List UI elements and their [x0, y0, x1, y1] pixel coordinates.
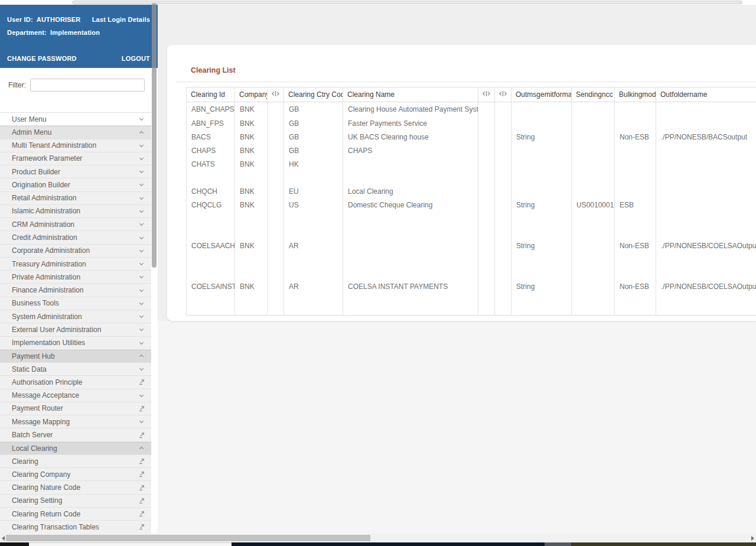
sidebar-item-retail-administration[interactable]: Retail Administration	[0, 192, 151, 205]
sidebar-item-payment-router[interactable]: Payment Router	[0, 402, 151, 415]
sidebar-item-private-administration[interactable]: Private Administration	[0, 271, 151, 284]
cell	[478, 157, 495, 184]
bottom-sliver-2	[29, 542, 232, 546]
cell	[343, 239, 478, 280]
horizontal-scrollbar[interactable]	[0, 534, 756, 542]
sidebar-item-local-clearing[interactable]: Local Clearing	[0, 442, 151, 455]
sidebar-item-label: Islamic Administration	[12, 207, 80, 215]
col-header-bulkingmode[interactable]: Bulkingmode	[615, 87, 656, 102]
sidebar-item-product-builder[interactable]: Product Builder	[0, 165, 151, 178]
sidebar-item-batch-server[interactable]: Batch Server	[0, 428, 151, 441]
cell: HK	[284, 157, 343, 184]
sidebar-item-clearing-transaction-tables[interactable]: Clearing Transaction Tables	[0, 521, 151, 534]
sidebar-item-finance-administration[interactable]: Finance Administration	[0, 284, 151, 297]
column-resize-handle[interactable]	[268, 87, 284, 102]
sidebar-item-user-menu[interactable]: User Menu	[0, 113, 151, 126]
logout-link[interactable]: LOGOUT	[122, 55, 150, 62]
cell	[656, 144, 756, 157]
cell: ./PP/NONESB/BACSoutput	[656, 130, 756, 144]
sidebar-item-origination-builder[interactable]: Origination Builder	[0, 178, 151, 191]
sidebar-item-label: Clearing Transaction Tables	[12, 523, 99, 531]
sidebar-item-payment-hub[interactable]: Payment Hub	[0, 350, 151, 363]
cell	[615, 144, 656, 157]
sidebar-item-treasury-administration[interactable]: Treasury Administration	[0, 258, 151, 271]
sidebar-item-message-mapping[interactable]: Message Mapping	[0, 415, 151, 428]
sidebar-item-label: Business Tools	[12, 299, 59, 307]
cell	[478, 198, 495, 239]
sidebar-vertical-scrollbar[interactable]	[152, 3, 157, 268]
col-header-clearing-id[interactable]: Clearing Id	[187, 87, 235, 102]
sidebar-item-framework-parameter[interactable]: Framework Parameter	[0, 152, 151, 165]
cell	[478, 116, 495, 130]
clearing-list-card: Clearing List Clearing IdCompanyClearing…	[167, 45, 756, 321]
sidebar-item-implementation-utilities[interactable]: Implementation Utilities	[0, 337, 151, 350]
chevron-down-icon	[138, 326, 145, 333]
sidebar-item-label: Framework Parameter	[12, 154, 82, 162]
sidebar-item-credit-administration[interactable]: Credit Administration	[0, 231, 151, 244]
scroll-right-arrow-icon[interactable]	[751, 536, 754, 541]
app-root: { "topbar": { "user_id_label": "User ID:…	[0, 0, 756, 546]
sidebar-item-label: User Menu	[12, 115, 47, 124]
table-row-coelsaach[interactable]: COELSAACHBNKARStringNon-ESB./PP/NONESB/C…	[187, 239, 756, 280]
table-row-chqch[interactable]: CHQCHBNKEULocal Clearing	[187, 184, 756, 198]
sidebar-item-system-administration[interactable]: System Administration	[0, 310, 151, 323]
sidebar-item-islamic-administration[interactable]: Islamic Administration	[0, 205, 151, 218]
sidebar-item-business-tools[interactable]: Business Tools	[0, 297, 151, 310]
cell	[495, 184, 511, 198]
cell: CHAPS	[343, 144, 478, 157]
sidebar-item-label: Product Builder	[12, 168, 60, 176]
sidebar-item-admin-menu[interactable]: Admin Menu	[0, 126, 151, 139]
table-row-chaps[interactable]: CHAPSBNKGBCHAPS	[187, 144, 756, 157]
table-row-bacs[interactable]: BACSBNKGBUK BACS Clearing houseStringNon…	[187, 130, 756, 144]
bottom-sliver-3	[232, 542, 545, 546]
launch-icon	[138, 471, 145, 477]
sidebar-item-message-acceptance[interactable]: Message Acceptance	[0, 389, 151, 402]
sidebar-item-static-data[interactable]: Static Data	[0, 363, 151, 376]
scroll-left-arrow-icon[interactable]	[2, 536, 5, 541]
chevron-up-icon	[138, 129, 145, 136]
sidebar-item-clearing-setting[interactable]: Clearing Setting	[0, 495, 151, 508]
sidebar-item-multi-tenant-administration[interactable]: Multi Tenant Administration	[0, 139, 151, 152]
column-resize-handle[interactable]	[495, 87, 511, 102]
change-password-link[interactable]: CHANGE PASSWORD	[7, 55, 77, 62]
sidebar-item-clearing-return-code[interactable]: Clearing Return Code	[0, 508, 151, 521]
col-header-clearing-ctry-code[interactable]: Clearing Ctry Code	[284, 87, 343, 102]
sidebar-item-external-user-administration[interactable]: External User Administration	[0, 323, 151, 336]
column-resize-handle[interactable]	[478, 87, 495, 102]
sidebar-item-label: Multi Tenant Administration	[12, 141, 96, 150]
table-row-coelsainst[interactable]: COELSAINSTBNKARCOELSA INSTANT PAYMENTSSt…	[187, 280, 756, 316]
cell: Faster Payments Service	[343, 116, 478, 130]
col-header-company[interactable]: Company	[235, 87, 268, 102]
chevron-up-icon	[138, 445, 145, 451]
sidebar-item-clearing-nature-code[interactable]: Clearing Nature Code	[0, 481, 151, 494]
sidebar-item-label: Message Mapping	[12, 418, 70, 426]
cell: BNK	[235, 280, 268, 316]
sidebar-item-clearing-company[interactable]: Clearing Company	[0, 468, 151, 481]
table-row-chats[interactable]: CHATSBNKHK	[187, 157, 756, 184]
sidebar-item-corporate-administration[interactable]: Corporate Administration	[0, 245, 151, 258]
horizontal-scrollbar-thumb[interactable]	[6, 535, 370, 541]
sidebar-item-label: System Administration	[12, 313, 82, 321]
col-resize-icon	[271, 90, 280, 99]
cell: UK BACS Clearing house	[343, 130, 478, 144]
cell	[572, 184, 615, 198]
col-header-outfoldername[interactable]: Outfoldername	[656, 87, 756, 102]
col-header-sendingncc[interactable]: Sendingncc	[572, 87, 615, 102]
sidebar-item-clearing[interactable]: Clearing	[0, 455, 151, 468]
sidebar-item-label: Admin Menu	[12, 128, 51, 136]
last-login-details-link[interactable]: Last Login Details	[92, 16, 150, 23]
filter-input[interactable]	[30, 79, 145, 92]
sidebar-item-label: Origination Builder	[12, 181, 70, 189]
table-row-chqclg[interactable]: CHQCLGBNKUSDomestic Cheque ClearingStrin…	[187, 198, 756, 239]
col-header-outmsgemitformat[interactable]: Outmsgemitformat	[511, 87, 572, 102]
cell	[656, 102, 756, 116]
sidebar-item-label: Static Data	[12, 365, 47, 373]
launch-icon	[138, 485, 145, 491]
col-header-clearing-name[interactable]: Clearing Name	[343, 87, 478, 102]
table-row-abn-fps[interactable]: ABN_FPSBNKGBFaster Payments Service	[187, 116, 756, 130]
cell: CHQCLG	[187, 198, 235, 239]
sidebar-item-authorisation-principle[interactable]: Authorisation Principle	[0, 376, 151, 389]
sidebar-item-crm-administration[interactable]: CRM Administration	[0, 218, 151, 231]
cell: GB	[284, 116, 343, 130]
table-row-abn-chaps[interactable]: ABN_CHAPSBNKGBClearing House Automated P…	[187, 102, 756, 116]
